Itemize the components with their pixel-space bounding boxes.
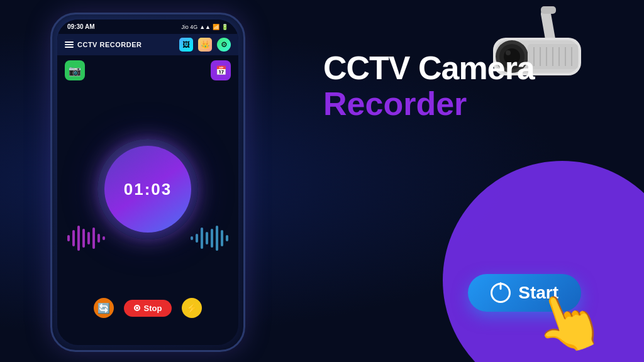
svg-rect-27 [191, 236, 193, 240]
green-camera-button[interactable]: 📷 [65, 60, 85, 80]
settings-icon: ⚙ [221, 40, 228, 49]
menu-icon[interactable] [65, 41, 74, 48]
timer-outer-ring: 01:03 [97, 139, 198, 239]
right-content: CCTV Camera Recorder [323, 50, 625, 122]
svg-rect-31 [211, 229, 213, 248]
stop-dot-icon [134, 305, 140, 311]
heading-line1: CCTV Camera [323, 50, 535, 86]
gallery-icon: 🖼 [182, 40, 190, 49]
screen-content: 📷 📅 [57, 55, 238, 331]
lightning-icon: ⚡ [186, 302, 198, 314]
svg-rect-33 [221, 230, 223, 246]
rotate-icon: 🔄 [97, 302, 110, 314]
svg-rect-23 [87, 232, 90, 244]
svg-rect-28 [196, 234, 198, 243]
svg-rect-24 [92, 228, 95, 249]
svg-rect-34 [226, 235, 228, 241]
heading-line2: Recorder [323, 86, 535, 122]
phone-mockup: 09:30 AM Jio 4G ▲▲ 📶 🔋 CCTV RECORDER [50, 13, 245, 352]
crown-button[interactable]: 👑 [198, 38, 212, 52]
svg-rect-26 [103, 236, 105, 240]
timer-display: 01:03 [124, 180, 172, 199]
stop-label: Stop [144, 304, 162, 313]
heading-block: CCTV Camera Recorder [323, 50, 535, 122]
stop-button[interactable]: Stop [124, 300, 172, 317]
svg-rect-22 [82, 229, 85, 248]
rotate-button[interactable]: 🔄 [94, 298, 114, 318]
network-label: Jio 4G [181, 24, 197, 30]
wifi-icon: 📶 [213, 24, 219, 30]
widget-icon: 📅 [216, 65, 226, 75]
timer-area: 01:03 [62, 80, 233, 298]
app-bar-right: 🖼 👑 ⚙ [179, 38, 231, 52]
status-time: 09:30 AM [67, 23, 95, 30]
status-bar: 09:30 AM Jio 4G ▲▲ 📶 🔋 [57, 19, 238, 34]
svg-rect-19 [67, 235, 70, 241]
svg-rect-20 [72, 230, 75, 246]
purple-widget-button[interactable]: 📅 [211, 60, 231, 80]
app-bar: CCTV RECORDER 🖼 👑 ⚙ [57, 34, 238, 55]
svg-rect-30 [206, 232, 208, 244]
svg-rect-29 [201, 228, 203, 249]
crown-icon: 👑 [201, 40, 210, 49]
svg-rect-21 [77, 226, 80, 251]
svg-rect-32 [216, 226, 218, 251]
phone-screen: 09:30 AM Jio 4G ▲▲ 📶 🔋 CCTV RECORDER [57, 19, 238, 345]
app-bar-left: CCTV RECORDER [65, 41, 142, 48]
phone-outer-shell: 09:30 AM Jio 4G ▲▲ 📶 🔋 CCTV RECORDER [50, 13, 245, 352]
timer-inner-ring: 01:03 [104, 146, 191, 233]
bottom-controls: 🔄 Stop ⚡ [94, 298, 203, 326]
top-buttons-row: 📷 📅 [62, 60, 233, 80]
lightning-button[interactable]: ⚡ [182, 298, 202, 318]
status-icons: Jio 4G ▲▲ 📶 🔋 [181, 24, 228, 30]
gallery-button[interactable]: 🖼 [179, 38, 193, 52]
signal-icon: ▲▲ [199, 24, 211, 30]
svg-rect-25 [97, 234, 100, 243]
power-icon [491, 283, 511, 303]
svg-rect-1 [541, 6, 556, 14]
camera-icon: 📷 [69, 65, 81, 77]
battery-icon: 🔋 [221, 24, 228, 30]
settings-button[interactable]: ⚙ [217, 38, 231, 52]
app-title: CCTV RECORDER [77, 41, 142, 48]
